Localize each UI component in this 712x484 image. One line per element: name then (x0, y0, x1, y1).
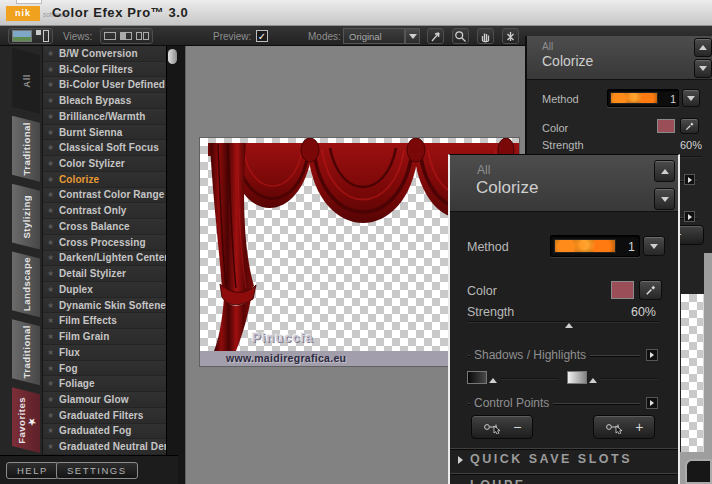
color-swatch[interactable] (657, 119, 675, 133)
star-icon[interactable]: ★ (47, 269, 54, 278)
star-icon[interactable]: ★ (47, 253, 54, 262)
star-icon[interactable]: ★ (47, 206, 54, 215)
view-compare-button[interactable] (136, 32, 149, 40)
filter-item-graduated-fog[interactable]: ★ Graduated Fog (43, 424, 166, 440)
category-tab-landscape[interactable]: Landscape ★ (12, 251, 40, 317)
method-preview-bezel[interactable]: 1 (607, 89, 679, 107)
eyedropper-button[interactable] (639, 280, 662, 300)
filter-item-classical-soft-focus[interactable]: ★ Classical Soft Focus (43, 140, 166, 156)
filter-item-flux[interactable]: ★ Flux (43, 345, 166, 361)
filter-list-scrollbar[interactable] (166, 46, 178, 455)
star-icon[interactable]: ★ (47, 395, 54, 404)
filter-item-detail-stylizer[interactable]: ★ Detail Stylizer (43, 266, 166, 282)
category-tab-traditional[interactable]: Traditional ★ (12, 116, 40, 182)
star-icon[interactable]: ★ (47, 316, 54, 325)
filter-item-fog[interactable]: ★ Fog (43, 361, 166, 377)
star-icon[interactable]: ★ (47, 426, 54, 435)
loupe-header[interactable]: LOUPE (470, 478, 526, 484)
highlights-chip[interactable] (567, 371, 587, 384)
color-swatch[interactable] (611, 281, 634, 299)
modes-dropdown-arrow[interactable] (405, 28, 420, 44)
filter-item-b-w-conversion[interactable]: ★ B/W Conversion (43, 46, 166, 62)
filter-item-bi-color-filters[interactable]: ★ Bi-Color Filters (43, 62, 166, 78)
star-icon[interactable]: ★ (47, 379, 54, 388)
star-icon[interactable]: ★ (47, 96, 54, 105)
control-points-expand-button[interactable] (684, 211, 695, 222)
highlights-slider[interactable] (601, 378, 658, 380)
filter-item-contrast-color-range[interactable]: ★ Contrast Color Range (43, 188, 166, 204)
strength-slider[interactable] (467, 321, 660, 323)
scroll-up-button[interactable] (654, 160, 675, 182)
star-icon[interactable]: ★ (47, 348, 54, 357)
cursor-tool-button[interactable] (427, 28, 444, 44)
star-icon[interactable]: ★ (47, 49, 54, 58)
method-dropdown-button[interactable] (682, 89, 700, 107)
view-single-button[interactable] (104, 32, 116, 40)
star-icon[interactable]: ★ (47, 222, 54, 231)
method-dropdown-button[interactable] (643, 236, 665, 256)
filter-item-burnt-sienna[interactable]: ★ Burnt Sienna (43, 125, 166, 141)
shadows-slider[interactable] (501, 378, 558, 380)
settings-button[interactable]: SETTINGS (56, 462, 138, 479)
scroll-down-button[interactable] (654, 188, 675, 210)
scroll-down-button[interactable] (694, 59, 712, 78)
scrollbar-thumb[interactable] (168, 49, 177, 64)
preview-checkbox[interactable]: ✓ (256, 30, 268, 42)
modes-select[interactable]: Original Image (343, 28, 405, 44)
category-tab-traditional[interactable]: Traditional ★ (12, 319, 40, 385)
filter-item-graduated-neutral-density[interactable]: ★ Graduated Neutral Density (43, 439, 166, 455)
filter-item-film-effects[interactable]: ★ Film Effects (43, 313, 166, 329)
category-tab-all[interactable]: All ★ (12, 48, 40, 114)
filter-item-contrast-only[interactable]: ★ Contrast Only (43, 203, 166, 219)
view-split-button[interactable] (120, 32, 132, 40)
compare-tool-button[interactable] (502, 28, 519, 44)
quick-save-slots-header[interactable]: QUICK SAVE SLOTS (470, 452, 632, 466)
method-preview-bezel[interactable]: 1 (550, 235, 640, 257)
filter-item-color-stylizer[interactable]: ★ Color Stylizer (43, 156, 166, 172)
star-icon[interactable]: ★ (47, 159, 54, 168)
filter-item-glamour-glow[interactable]: ★ Glamour Glow (43, 392, 166, 408)
filter-item-duplex[interactable]: ★ Duplex (43, 282, 166, 298)
eyedropper-button[interactable] (680, 118, 699, 134)
scroll-up-button[interactable] (694, 38, 712, 57)
star-icon[interactable]: ★ (47, 128, 54, 137)
star-icon[interactable]: ★ (47, 301, 54, 310)
filter-item-darken-lighten-center[interactable]: ★ Darken/Lighten Center (43, 251, 166, 267)
star-icon[interactable]: ★ (47, 65, 54, 74)
filter-item-brilliance-warmth[interactable]: ★ Brilliance/Warmth (43, 109, 166, 125)
star-icon[interactable]: ★ (47, 411, 54, 420)
star-icon[interactable]: ★ (47, 175, 54, 184)
filter-item-bi-color-user-defined[interactable]: ★ Bi-Color User Defined (43, 77, 166, 93)
star-icon[interactable]: ★ (47, 190, 54, 199)
filter-item-bleach-bypass[interactable]: ★ Bleach Bypass (43, 93, 166, 109)
help-button[interactable]: HELP (6, 462, 59, 479)
star-icon[interactable]: ★ (47, 112, 54, 121)
image-thumbnail-icon[interactable] (12, 30, 32, 42)
zoom-tool-button[interactable] (452, 28, 469, 44)
filter-item-film-grain[interactable]: ★ Film Grain (43, 329, 166, 345)
filter-item-foliage[interactable]: ★ Foliage (43, 376, 166, 392)
filter-item-colorize[interactable]: ★ Colorize (43, 172, 166, 188)
category-tab-favorites[interactable]: Favorites ★ (12, 387, 40, 453)
strength-slider-thumb[interactable] (565, 323, 573, 328)
star-icon[interactable]: ★ (47, 332, 54, 341)
remove-control-point-button[interactable]: − (471, 415, 533, 439)
highlights-slider-thumb[interactable] (589, 378, 597, 383)
filter-item-cross-processing[interactable]: ★ Cross Processing (43, 235, 166, 251)
shadows-chip[interactable] (467, 371, 487, 384)
add-control-point-button[interactable]: + (593, 415, 655, 439)
star-icon[interactable]: ★ (47, 143, 54, 152)
filter-item-dynamic-skin-softener[interactable]: ★ Dynamic Skin Softener (43, 298, 166, 314)
star-icon[interactable]: ★ (47, 364, 54, 373)
shadows-slider-thumb[interactable] (489, 378, 497, 383)
star-icon[interactable]: ★ (47, 442, 54, 451)
shadows-highlights-expand-button[interactable] (646, 349, 658, 361)
shadows-highlights-expand-button[interactable] (684, 174, 695, 185)
star-icon[interactable]: ★ (47, 238, 54, 247)
filter-item-cross-balance[interactable]: ★ Cross Balance (43, 219, 166, 235)
layout-icon[interactable] (36, 30, 49, 42)
filter-item-graduated-filters[interactable]: ★ Graduated Filters (43, 408, 166, 424)
control-points-expand-button[interactable] (646, 397, 658, 409)
star-icon[interactable]: ★ (47, 285, 54, 294)
pan-tool-button[interactable] (477, 28, 494, 44)
